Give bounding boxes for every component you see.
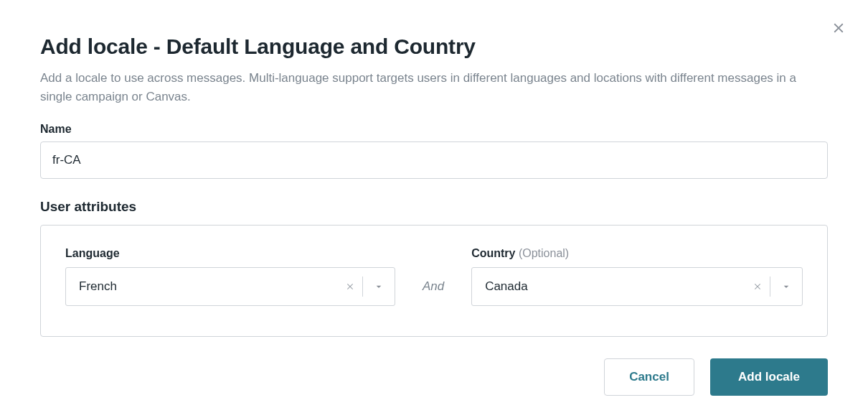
attributes-row: Language French And [65,247,803,306]
language-select[interactable]: French [65,267,395,306]
country-optional-hint: (Optional) [519,247,569,259]
country-value: Canada [485,279,745,294]
chevron-down-icon[interactable] [770,281,802,292]
user-attributes-box: Language French And [40,225,828,337]
language-label: Language [65,247,395,260]
language-value: French [79,279,338,294]
country-column: Country (Optional) Canada [471,247,803,306]
country-clear-icon[interactable] [745,282,770,292]
chevron-down-icon[interactable] [363,281,395,292]
add-locale-button[interactable]: Add locale [710,358,828,396]
modal-title: Add locale - Default Language and Countr… [40,34,828,59]
modal-description: Add a locale to use across messages. Mul… [40,69,828,106]
add-locale-modal: Add locale - Default Language and Countr… [0,0,868,410]
close-icon[interactable] [831,20,846,39]
cancel-button[interactable]: Cancel [604,358,694,396]
language-clear-icon[interactable] [338,282,362,292]
language-column: Language French [65,247,395,306]
name-label: Name [40,123,828,136]
user-attributes-label: User attributes [40,199,828,215]
name-input[interactable] [40,141,828,179]
country-select[interactable]: Canada [471,267,803,306]
modal-footer: Cancel Add locale [40,358,828,396]
country-label: Country (Optional) [471,247,803,260]
conjunction-and: And [395,267,471,306]
country-label-text: Country [471,247,515,259]
